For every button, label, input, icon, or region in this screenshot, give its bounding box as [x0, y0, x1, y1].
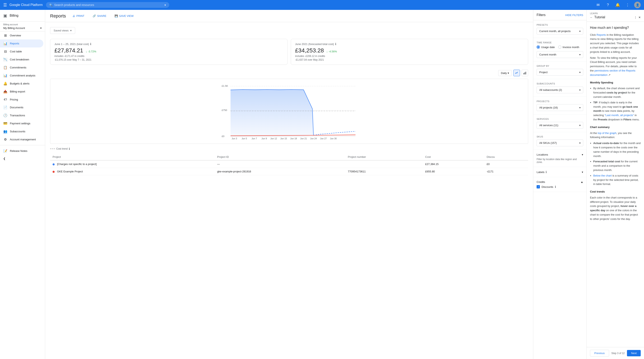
svg-text:Jun 12: Jun 12	[270, 137, 277, 140]
help-icon[interactable]: ?	[604, 2, 611, 8]
invoice-month-radio[interactable]: Invoice month	[558, 46, 579, 49]
presets-section: Presets Current month, all projects ▾	[533, 20, 586, 38]
presets-select[interactable]: Current month, all projects ▾	[536, 28, 583, 35]
brand-title: Google Cloud Platform	[10, 3, 43, 7]
chart-summary-item-2: Forecasted total cost for the current mo…	[593, 159, 641, 172]
labels-header[interactable]: Labels ℹ ▾	[536, 170, 583, 174]
hamburger-icon[interactable]: ☰	[3, 3, 7, 8]
search-input[interactable]	[54, 3, 163, 7]
nav-item-documents[interactable]: 📄 Documents	[0, 103, 43, 111]
period1-info-icon[interactable]: ℹ	[90, 42, 91, 46]
email-icon[interactable]: ✉	[595, 2, 601, 8]
summary-row: June 1 – 25, 2021 (total cost) ℹ £27,874…	[50, 39, 528, 65]
nav-item-billing-export[interactable]: 📤 Billing export	[0, 88, 43, 96]
usage-date-radio[interactable]: Usage date	[536, 46, 555, 49]
subaccounts-label: Subaccounts	[536, 82, 583, 85]
skus-select[interactable]: All SKUs (157) ▾	[536, 140, 583, 146]
billing-account-dropdown-icon: ▾	[40, 27, 42, 30]
labels-info-icon[interactable]: ℹ	[546, 170, 547, 174]
nav-item-transactions[interactable]: 🕐 Transactions	[0, 111, 43, 119]
services-section: Services All services (11) ▾	[533, 115, 586, 132]
services-select[interactable]: All services (11) ▾	[536, 122, 583, 129]
project-id-cell-2: gke-example-project-281916	[214, 168, 346, 175]
billing-account-name: My Billing Account	[3, 27, 25, 30]
nav-item-commitment-analysis[interactable]: 📊 Commitment analysis	[0, 72, 43, 80]
chart-summary-item-3: Below the chart is a summary of costs by…	[593, 174, 641, 186]
projects-dropdown-icon: ▾	[579, 106, 580, 109]
next-button[interactable]: Next	[627, 350, 641, 356]
sidebar-collapse-btn[interactable]: ❮	[0, 155, 43, 162]
nav-item-budgets-alerts[interactable]: 🔔 Budgets & alerts	[0, 80, 43, 88]
nav-item-reports[interactable]: 📊 Reports	[0, 40, 43, 48]
discounts-checkbox[interactable]: ✓	[536, 185, 540, 188]
svg-text:Jun 27: Jun 27	[320, 137, 327, 140]
payment-settings-label: Payment settings	[10, 122, 30, 125]
group-by-select[interactable]: Project ▾	[536, 69, 583, 76]
area-chart: £1.5K £750 £0	[54, 82, 525, 140]
project-id-cell: —	[214, 160, 346, 168]
notifications-icon[interactable]: 🔔	[614, 2, 621, 8]
period2-title: June 2021 (forecasted total cost) ℹ	[295, 42, 524, 46]
skus-dropdown-icon: ▾	[579, 142, 580, 144]
saved-views-dropdown-icon: ▾	[70, 29, 72, 32]
release-notes-label: Release Notes	[10, 149, 27, 152]
subaccounts-select[interactable]: All subaccounts (2) ▾	[536, 87, 583, 93]
nav-item-commitments[interactable]: 📋 Commitments	[0, 64, 43, 72]
below-chart-link[interactable]: Below the chart	[593, 174, 612, 177]
nav-item-subaccounts[interactable]: 👥 Subaccounts	[0, 127, 43, 135]
line-chart-button[interactable]	[514, 70, 520, 76]
bar-chart-button[interactable]	[522, 70, 528, 76]
time-range-section: Time range Usage date Invoice month Curr…	[533, 38, 586, 62]
nav-item-cost-breakdown[interactable]: 📉 Cost breakdown	[0, 56, 43, 64]
reports-link[interactable]: Reports	[596, 33, 606, 36]
credits-header[interactable]: Credits ▲	[536, 180, 583, 184]
top-of-graph-link[interactable]: top of the graph	[598, 132, 616, 135]
print-button[interactable]: 🖨 PRINT	[71, 13, 86, 19]
permissions-link[interactable]: permissions section of the Reports docum…	[590, 69, 636, 77]
discounts-label: Discounts	[542, 185, 553, 188]
subaccounts-section: Subaccounts All subaccounts (2) ▾	[533, 79, 586, 97]
nav-item-release-notes[interactable]: 📝 Release Notes	[0, 147, 43, 155]
nav-item-pricing[interactable]: 🏷 Pricing	[0, 96, 43, 103]
cost-trends-heading: Cost trends	[590, 190, 641, 194]
tutorial-learn-label: LEARN	[590, 12, 641, 15]
subaccounts-icon: 👥	[3, 129, 8, 133]
previous-button[interactable]: Previous	[590, 350, 609, 356]
projects-select[interactable]: All projects (16) ▾	[536, 104, 583, 111]
labels-section: Labels ℹ ▾	[533, 167, 586, 177]
nav-item-payment-settings[interactable]: 💳 Payment settings	[0, 119, 43, 127]
period2-info-icon[interactable]: ℹ	[335, 42, 336, 46]
labels-expand-icon: ▾	[582, 171, 583, 174]
nav-item-cost-table[interactable]: ⊟ Cost table	[0, 48, 43, 56]
billing-title: Billing	[10, 14, 18, 18]
discounts-info-icon[interactable]: ℹ	[555, 185, 556, 188]
sidebar: ▣ Billing Billing account My Billing Acc…	[0, 10, 45, 359]
current-month-select[interactable]: Current month ▾	[536, 51, 583, 58]
nav-item-account-management[interactable]: ⚙ Account management	[0, 135, 43, 143]
saved-views-selector[interactable]: Saved views ▾	[50, 27, 75, 34]
locations-header[interactable]: Locations ▾	[536, 153, 583, 156]
hide-filters-button[interactable]: HIDE FILTERS	[565, 14, 583, 17]
expand-search-icon[interactable]: ▾	[164, 4, 166, 7]
labels-title: Labels	[536, 171, 544, 174]
svg-text:Jun 21: Jun 21	[300, 137, 307, 140]
share-button[interactable]: 🔗 SHARE	[91, 13, 108, 19]
more-options-icon[interactable]: ⋮	[624, 2, 631, 8]
cost-trend-info-icon[interactable]: ℹ	[69, 147, 70, 150]
save-view-button[interactable]: 💾 SAVE VIEW	[113, 13, 135, 19]
tutorial-close-icon[interactable]: ✕	[638, 16, 641, 19]
daily-select[interactable]: Daily ▾	[498, 70, 512, 76]
tutorial-more-icon[interactable]: ⋮	[634, 16, 637, 19]
user-avatar[interactable]: 👤	[634, 2, 641, 8]
period1-sub1: includes -£171.47 in credits	[54, 55, 283, 58]
bar-chart-icon	[523, 71, 526, 75]
search-bar[interactable]: 🔍 ▾	[46, 2, 169, 8]
daily-dropdown-icon: ▾	[508, 72, 509, 75]
projects-section: Projects All projects (16) ▾	[533, 97, 586, 115]
tutorial-back-icon[interactable]: ←	[590, 16, 593, 19]
commitment-analysis-icon: 📊	[3, 74, 8, 78]
last-month-link[interactable]: "Last month, all projects"	[604, 114, 634, 117]
nav-item-overview[interactable]: ⊞ Overview	[0, 32, 43, 40]
billing-account-selector[interactable]: My Billing Account ▾	[3, 27, 42, 30]
commitments-label: Commitments	[10, 66, 26, 69]
